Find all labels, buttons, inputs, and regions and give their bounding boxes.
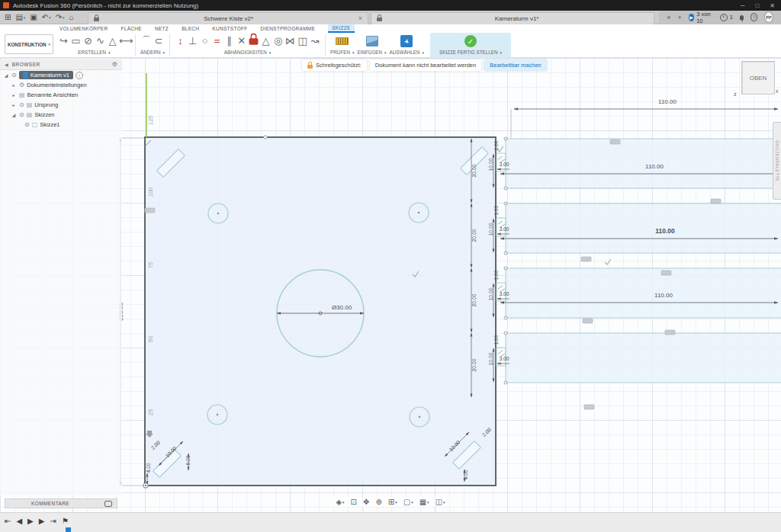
ribbon-menu-kunststoff[interactable]: KUNSTSTOFF: [212, 26, 247, 31]
step-forward-icon[interactable]: ▶: [39, 517, 45, 525]
help-icon[interactable]: [750, 13, 757, 21]
chevron-down-icon[interactable]: ▾: [163, 50, 166, 55]
chevron-down-icon[interactable]: ▾: [269, 50, 272, 55]
expander-icon[interactable]: ◢: [11, 112, 17, 117]
maximize-button[interactable]: □: [755, 2, 759, 9]
dim-20[interactable]: 20.00: [471, 164, 477, 177]
construction-dropdown-button[interactable]: KONSTRUKTION▾: [5, 34, 53, 54]
redo-icon[interactable]: ↷▾: [54, 13, 66, 21]
collinear-icon[interactable]: ⋈: [284, 34, 296, 49]
job-status-button[interactable]: 3 von 10: [689, 11, 713, 24]
perpendicular-icon[interactable]: ⊥: [187, 34, 198, 49]
play-icon[interactable]: ▶: [27, 517, 34, 525]
tree-root-row[interactable]: ◢ ⊙ Kameraturm v1: [0, 70, 122, 80]
orbit-icon[interactable]: ◈▾: [336, 498, 344, 506]
display-settings-icon[interactable]: ▢▾: [403, 498, 413, 506]
fillet-icon[interactable]: ⌒: [141, 34, 153, 49]
rectangle-icon[interactable]: ▭: [70, 34, 82, 49]
dim-110[interactable]: 110.00: [658, 98, 677, 105]
midpoint-icon[interactable]: ✕: [236, 34, 247, 49]
viewports-icon[interactable]: ◫▾: [435, 498, 445, 506]
dim-20[interactable]: 20.00: [471, 293, 477, 306]
make-editable-link[interactable]: Bearbeitbar machen: [484, 59, 547, 71]
zoom-icon[interactable]: ⊕: [375, 498, 381, 506]
viewcube[interactable]: OBEN: [741, 61, 775, 95]
curve-icon[interactable]: ∿: [95, 34, 106, 49]
dim-1[interactable]: 1.00: [493, 140, 499, 150]
visibility-eye-icon[interactable]: ⊙: [11, 72, 17, 79]
dim-110[interactable]: 110.00: [655, 227, 675, 235]
close-button[interactable]: ✕: [770, 2, 775, 9]
insert-group[interactable]: EINFÜGEN▾: [358, 33, 387, 55]
spline-icon[interactable]: ↪: [58, 34, 69, 49]
document-tab-schwere-kiste[interactable]: Schwere Kiste v2* ×: [88, 12, 368, 24]
visibility-eye-icon[interactable]: ⊙: [24, 121, 30, 128]
info-icon[interactable]: [76, 72, 83, 79]
viewcube-face-label[interactable]: OBEN: [750, 75, 767, 82]
fit-icon[interactable]: ⊞▾: [388, 498, 397, 506]
file-menu-icon[interactable]: ▤▾: [14, 13, 27, 21]
strip[interactable]: [506, 139, 781, 188]
fix-lock-icon[interactable]: [249, 38, 259, 45]
document-tab-kameraturm[interactable]: Kameraturm v1*: [371, 12, 654, 24]
visibility-eye-icon[interactable]: ⊙: [19, 111, 24, 118]
chevron-down-icon[interactable]: ▾: [108, 50, 111, 55]
go-to-end-icon[interactable]: ⇥: [50, 517, 56, 525]
sketch-canvas[interactable]: 110.00110.00110.00110.00120.00Ø30.001251…: [0, 58, 781, 512]
equal-icon[interactable]: ＝: [211, 34, 223, 49]
dim-1[interactable]: 1.00: [493, 205, 499, 215]
concentric-icon[interactable]: ◎: [272, 34, 284, 49]
browser-settings-icon[interactable]: ⚙: [112, 61, 117, 68]
tree-item-benannte-ansichten[interactable]: ▸ ▤ Benannte Ansichten: [0, 90, 122, 100]
ribbon-menu-fläche[interactable]: FLÄCHE: [121, 26, 142, 31]
sketch-palette-collapsed-tab[interactable]: SKIZZENPALETTE: [773, 122, 781, 200]
dim-3[interactable]: 3.00: [499, 291, 509, 296]
dimension-tag[interactable]: [711, 199, 721, 204]
undo-icon[interactable]: ↶▾: [40, 13, 53, 21]
slot-dim[interactable]: 4.00: [463, 470, 468, 479]
dim-20[interactable]: 20.00: [471, 229, 477, 242]
step-back-icon[interactable]: ◀: [16, 517, 22, 525]
data-panel-icon[interactable]: ⊞: [3, 13, 12, 21]
triangle-icon[interactable]: △: [260, 34, 272, 49]
dim-1[interactable]: 1.00: [493, 335, 499, 345]
look-at-icon[interactable]: ⊡: [351, 498, 357, 506]
dim-110[interactable]: 110.00: [654, 292, 673, 299]
polygon-icon[interactable]: △: [107, 34, 118, 49]
tangent-icon[interactable]: ○: [199, 34, 211, 49]
circle-icon[interactable]: ⊘: [82, 34, 94, 49]
dimension-tag[interactable]: [581, 257, 591, 261]
dim-3[interactable]: 3.00: [499, 162, 509, 167]
dim-20[interactable]: 20.00: [471, 358, 477, 371]
user-avatar[interactable]: PP: [764, 11, 773, 23]
pan-icon[interactable]: ✥: [363, 498, 369, 506]
select-group[interactable]: AUSWÄHLEN▾: [390, 33, 424, 55]
new-tab-button[interactable]: +: [677, 14, 681, 21]
comments-bar[interactable]: KOMMENTARE: [5, 498, 117, 508]
offset-icon[interactable]: ⊂: [153, 34, 165, 49]
visibility-eye-icon[interactable]: ⊙: [19, 101, 24, 108]
tree-item-dokumenteinstellungen[interactable]: ▸ ⚙ Dokumenteinstellungen: [0, 80, 122, 90]
dim-3[interactable]: 3.00: [499, 226, 509, 232]
strip[interactable]: [506, 333, 781, 383]
timeline-flag-icon[interactable]: ⚑: [62, 517, 69, 525]
close-tab-icon[interactable]: ×: [358, 14, 362, 22]
ribbon-menu-blech[interactable]: BLECH: [182, 26, 199, 31]
dimension-tag[interactable]: [583, 319, 593, 323]
dim-circle[interactable]: Ø30.00: [332, 304, 352, 311]
ribbon-menu-netz[interactable]: NETZ: [155, 26, 169, 31]
expander-icon[interactable]: ▸: [11, 92, 17, 98]
dimension-tag[interactable]: [610, 139, 620, 144]
tree-item-skizze1[interactable]: ⊙ ▢ Skizze1: [0, 120, 122, 130]
save-icon[interactable]: ▣: [28, 13, 38, 21]
inspect-group[interactable]: PRÜFEN▾: [330, 33, 354, 55]
dim-110[interactable]: 110.00: [645, 163, 664, 170]
finish-sketch-button[interactable]: SKIZZE FERTIG STELLEN▾: [430, 33, 511, 58]
strip[interactable]: [506, 268, 781, 318]
collapse-browser-icon[interactable]: ◀: [5, 62, 8, 67]
notifications-bell-icon[interactable]: [740, 15, 744, 20]
slot-dim[interactable]: 4.00: [146, 463, 151, 473]
parallel-icon[interactable]: ∥: [223, 34, 235, 49]
expander-icon[interactable]: ▸: [11, 82, 17, 88]
dim-3[interactable]: 3.00: [499, 356, 509, 361]
